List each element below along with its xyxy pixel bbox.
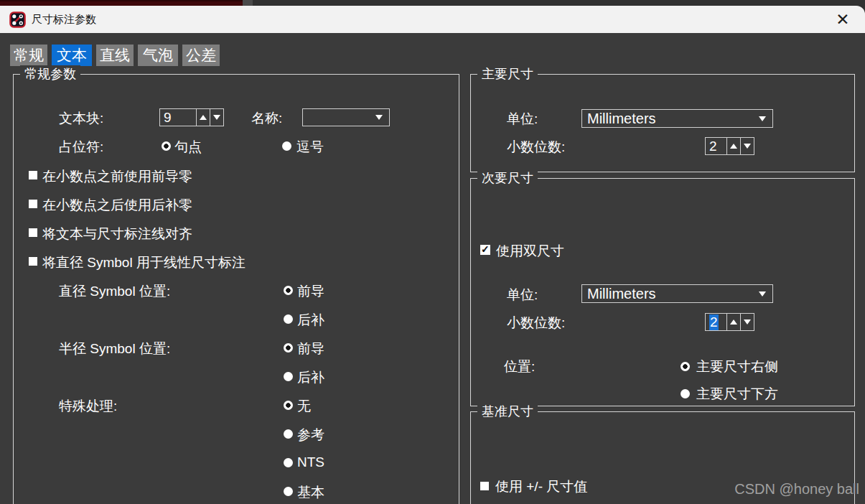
radio-special-nts-label: NTS xyxy=(297,454,324,470)
special-label: 特殊处理: xyxy=(59,397,117,416)
radio-special-basic[interactable] xyxy=(284,487,293,496)
name-dropdown[interactable] xyxy=(302,108,390,126)
dimension-params-dialog: 尺寸标注参数 ✕ 常规 文本 直线 气泡 公差 常规参数 主要尺寸 次要尺寸 基… xyxy=(0,0,865,504)
primary-unit-label: 单位: xyxy=(507,110,538,129)
secondary-decimals-label: 小数位数: xyxy=(507,314,565,332)
radio-diameter-leading[interactable] xyxy=(284,286,293,295)
secondary-decimals-up-button[interactable] xyxy=(726,313,741,331)
selected-text: 2 xyxy=(709,314,719,330)
tab-tolerance[interactable]: 公差 xyxy=(182,45,220,66)
secondary-unit-label: 单位: xyxy=(507,286,538,304)
tab-balloon[interactable]: 气泡 xyxy=(138,45,178,66)
radio-diameter-trailing-label: 后补 xyxy=(297,311,324,330)
checkbox-align-text[interactable] xyxy=(29,228,37,237)
diameter-pos-label: 直径 Symbol 位置: xyxy=(59,282,170,301)
primary-decimals-up-button[interactable] xyxy=(726,137,741,155)
secondary-decimals-value[interactable]: 2 xyxy=(705,313,727,331)
checkbox-diameter-symbol[interactable] xyxy=(29,257,37,266)
text-block-spinner: 9 xyxy=(159,108,224,126)
checkbox-diameter-symbol-label: 将直径 Symbol 用于线性尺寸标注 xyxy=(42,253,246,272)
tab-general[interactable]: 常规 xyxy=(10,45,47,66)
radio-special-ref-label: 参考 xyxy=(297,426,324,444)
primary-unit-dropdown[interactable]: Millimeters xyxy=(581,109,773,128)
checkbox-trailing-zero[interactable] xyxy=(29,200,37,208)
dropdown-arrow-icon xyxy=(375,115,383,120)
group-primary-title: 主要尺寸 xyxy=(477,65,538,83)
up-arrow-icon xyxy=(200,115,207,120)
down-arrow-icon xyxy=(744,144,751,149)
primary-unit-value: Millimeters xyxy=(582,111,759,127)
name-label: 名称: xyxy=(251,109,282,128)
dimension-tool-icon xyxy=(9,11,26,28)
up-arrow-icon xyxy=(730,319,737,325)
dropdown-arrow-icon xyxy=(759,291,766,297)
radio-position-below[interactable] xyxy=(681,389,690,398)
tab-line[interactable]: 直线 xyxy=(96,45,134,66)
checkbox-dual-dimension-label: 使用双尺寸 xyxy=(496,242,564,261)
checkbox-leading-zero-label: 在小数点之前使用前导零 xyxy=(42,167,192,186)
group-general-title: 常规参数 xyxy=(20,65,80,83)
radio-radius-leading-label: 前导 xyxy=(297,340,324,358)
watermark: CSDN @honey ball xyxy=(734,481,859,498)
tab-text[interactable]: 文本 xyxy=(52,45,92,66)
radio-radius-trailing-label: 后补 xyxy=(297,368,324,387)
radio-special-ref[interactable] xyxy=(284,429,293,439)
radio-comma[interactable] xyxy=(282,141,291,151)
secondary-unit-value: Millimeters xyxy=(582,286,759,302)
text-block-down-button[interactable] xyxy=(210,108,224,126)
titlebar: 尺寸标注参数 ✕ xyxy=(0,6,865,33)
primary-decimals-down-button[interactable] xyxy=(740,137,754,155)
radio-position-right-label: 主要尺寸右侧 xyxy=(696,358,778,376)
radio-period[interactable] xyxy=(162,141,171,151)
radio-position-below-label: 主要尺寸下方 xyxy=(696,385,778,403)
primary-decimals-value[interactable]: 2 xyxy=(705,137,727,155)
text-block-value[interactable]: 9 xyxy=(159,108,197,126)
secondary-decimals-spinner: 2 xyxy=(705,313,754,331)
radio-period-label: 句点 xyxy=(174,138,202,157)
radio-diameter-trailing[interactable] xyxy=(284,314,293,324)
radio-radius-trailing[interactable] xyxy=(284,372,293,381)
checkbox-align-text-label: 将文本与尺寸标注线对齐 xyxy=(42,225,192,243)
window-title: 尺寸标注参数 xyxy=(32,13,96,27)
primary-decimals-spinner: 2 xyxy=(705,137,754,155)
placeholder-label: 占位符: xyxy=(59,138,103,157)
checkbox-leading-zero[interactable] xyxy=(29,171,37,179)
secondary-decimals-down-button[interactable] xyxy=(740,313,754,331)
up-arrow-icon xyxy=(730,144,737,149)
down-arrow-icon xyxy=(744,319,751,325)
radio-comma-label: 逗号 xyxy=(296,138,324,157)
text-block-label: 文本块: xyxy=(59,109,103,128)
down-arrow-icon xyxy=(213,115,220,120)
radio-position-right[interactable] xyxy=(681,362,690,371)
dropdown-arrow-icon xyxy=(759,116,766,121)
radio-special-none-label: 无 xyxy=(297,397,311,416)
checkbox-dual-dimension[interactable] xyxy=(480,245,490,255)
radio-special-none[interactable] xyxy=(284,401,293,410)
checkbox-trailing-zero-label: 在小数点之后使用后补零 xyxy=(42,196,192,215)
group-secondary-title: 次要尺寸 xyxy=(477,169,538,187)
checkbox-plus-minus[interactable] xyxy=(480,482,489,490)
radio-special-nts[interactable] xyxy=(284,458,293,467)
checkbox-plus-minus-label: 使用 +/- 尺寸值 xyxy=(495,477,587,496)
close-button[interactable]: ✕ xyxy=(831,6,855,33)
group-datum-title: 基准尺寸 xyxy=(477,403,538,420)
radius-pos-label: 半径 Symbol 位置: xyxy=(59,340,170,358)
text-block-up-button[interactable] xyxy=(196,108,210,126)
secondary-unit-dropdown[interactable]: Millimeters xyxy=(581,284,773,303)
position-label: 位置: xyxy=(504,358,535,376)
primary-decimals-label: 小数位数: xyxy=(507,138,565,157)
radio-diameter-leading-label: 前导 xyxy=(297,282,324,301)
radio-radius-leading[interactable] xyxy=(284,343,293,353)
radio-special-basic-label: 基本 xyxy=(297,483,324,502)
